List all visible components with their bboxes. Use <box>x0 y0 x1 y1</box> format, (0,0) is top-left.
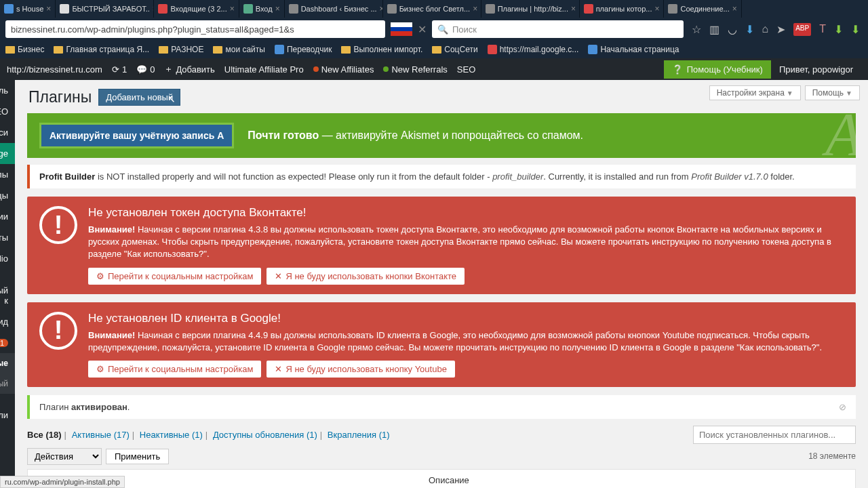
close-tab-icon[interactable]: × <box>46 4 51 14</box>
filter-inactive[interactable]: Неактивные (1) <box>140 430 203 440</box>
sidebar-item[interactable]: age <box>0 143 15 164</box>
browser-tab[interactable]: Вход× <box>239 0 285 18</box>
filter-updates[interactable]: Доступны обновления (1) <box>213 430 317 440</box>
home-icon[interactable]: ⌂ <box>762 23 769 36</box>
plugin-activated-notice: Плагин активирован. ⊘ <box>27 395 856 419</box>
site-link[interactable]: http://biznessinet.ru.com <box>7 64 102 75</box>
sidebar-item[interactable]: енные <box>0 353 15 373</box>
comments-link[interactable]: 💬0 <box>136 64 155 75</box>
tab-label: Плагины | http://biz... <box>498 5 568 13</box>
abp-icon[interactable]: ABP <box>793 23 811 36</box>
bookmark-item[interactable]: мои сайты <box>213 45 264 54</box>
screen-options-tab[interactable]: Настройки экрана▼ <box>709 85 801 100</box>
bookmark-item[interactable]: Начальная страница <box>588 45 679 54</box>
sidebar-item[interactable] <box>0 269 15 280</box>
sidebar-item[interactable] <box>0 394 15 405</box>
sidebar-item[interactable]: ментарии <box>0 206 15 227</box>
new-referrals-link[interactable]: New Referrals <box>383 64 447 75</box>
library-icon[interactable]: ▥ <box>709 23 719 36</box>
bookmark-item[interactable]: Выполнен импорт. <box>341 45 422 54</box>
akismet-bold: Почти готово <box>248 129 319 141</box>
sidebar-item[interactable]: шний вид <box>0 311 15 332</box>
tab-label: плагины котор... <box>596 5 652 13</box>
bookmark-item[interactable]: https://mail.google.c... <box>488 45 579 54</box>
page-title: Плагины <box>28 88 92 106</box>
filter-active[interactable]: Активные (17) <box>72 430 130 440</box>
dl2-icon[interactable]: ⬇ <box>834 23 843 36</box>
greeting[interactable]: Привет, popowigor <box>771 60 861 79</box>
dismiss-youtube-button[interactable]: ✕Я не буду использовать кнопку Youtube <box>267 361 454 378</box>
browser-tab[interactable]: БЫСТРЫЙ ЗАРАБОТ..× <box>56 0 154 18</box>
browser-tabs: s House×БЫСТРЫЙ ЗАРАБОТ..×Входящие (3 2.… <box>0 0 868 18</box>
sidebar-item[interactable]: соль <box>0 80 15 101</box>
sidebar-item[interactable]: One SEO <box>0 101 15 122</box>
filter-all[interactable]: Все (18) <box>27 430 62 440</box>
sidebar-item[interactable]: зователи <box>0 405 15 426</box>
activate-akismet-button[interactable]: Активируйте вашу учётную запись A <box>39 123 234 148</box>
help-tab[interactable]: Помощь▼ <box>805 85 860 100</box>
page-icon <box>588 45 597 54</box>
sidebar-item[interactable]: olio <box>0 248 15 269</box>
bookmark-item[interactable]: Бизнес <box>5 45 44 54</box>
sidebar-item[interactable]: си <box>0 122 15 143</box>
seo-link[interactable]: SEO <box>457 64 475 75</box>
tab-label: Входящие (3 2... <box>170 5 226 13</box>
plus-icon: ＋ <box>164 63 173 75</box>
browser-tab[interactable]: Плагины | http://biz...× <box>481 0 580 18</box>
sidebar-item[interactable]: ницы <box>0 185 15 206</box>
bookmark-label: Бизнес <box>18 45 44 54</box>
bookmark-item[interactable]: СоцСети <box>432 45 477 54</box>
gear-icon: ⚙ <box>96 364 104 374</box>
browser-tab[interactable]: Соединение...× <box>664 0 741 18</box>
browser-search[interactable]: 🔍Поиск <box>432 20 684 38</box>
close-tab-icon[interactable]: × <box>654 4 659 14</box>
download-icon[interactable]: ⬇ <box>745 23 754 36</box>
dismiss-notice-icon[interactable]: ⊘ <box>839 402 846 412</box>
text-icon[interactable]: T <box>819 23 826 36</box>
new-affiliates-link[interactable]: New Affiliates <box>313 64 374 75</box>
dl3-icon[interactable]: ⬇ <box>851 23 860 36</box>
goto-social-settings-button[interactable]: ⚙Перейти к социальным настройкам <box>88 268 261 285</box>
bookmark-item[interactable]: Переводчик <box>275 45 332 54</box>
goto-social-settings-button[interactable]: ⚙Перейти к социальным настройкам <box>88 361 261 378</box>
bookmark-item[interactable]: РАЗНОЕ <box>159 45 203 54</box>
star-icon[interactable]: ☆ <box>692 23 701 36</box>
favicon <box>243 4 253 14</box>
send-icon[interactable]: ➤ <box>776 23 785 36</box>
close-tab-icon[interactable]: × <box>571 4 576 14</box>
dismiss-vk-button[interactable]: ✕Я не буду использовать кнопки Вконтакте <box>267 268 465 285</box>
filter-dropins[interactable]: Вкрапления (1) <box>328 430 390 440</box>
address-field[interactable]: biznessinet.ru.com/wp-admin/plugins.php?… <box>5 20 385 38</box>
stop-reload-icon[interactable]: ✕ <box>418 23 427 36</box>
sidebar-item[interactable]: иафайлы <box>0 164 15 185</box>
close-tab-icon[interactable]: × <box>230 4 235 14</box>
browser-tab[interactable]: s House× <box>0 0 56 18</box>
plugin-search-input[interactable] <box>693 426 856 444</box>
sidebar-item[interactable]: екты <box>0 227 15 248</box>
close-tab-icon[interactable]: × <box>732 4 737 14</box>
close-tab-icon[interactable]: × <box>473 4 477 14</box>
sidebar-item[interactable]: альныйк <box>0 280 15 311</box>
browser-tab[interactable]: плагины котор...× <box>580 0 665 18</box>
help-tutorial-button[interactable]: ❔Помощь (Учебник) <box>664 60 771 79</box>
uap-link[interactable]: Ultimate Affiliate Pro <box>224 64 304 75</box>
browser-tab[interactable]: Бизнес блог Светл...× <box>383 0 481 18</box>
gear-icon: ⚙ <box>96 271 104 281</box>
sidebar-item[interactable]: ины1 <box>0 332 15 353</box>
apply-button[interactable]: Применить <box>106 449 169 464</box>
bulk-action-select[interactable]: Действия <box>27 448 102 465</box>
pocket-icon[interactable]: ◡ <box>728 23 737 36</box>
tab-label: Бизнес блог Светл... <box>399 5 471 13</box>
browser-tab[interactable]: Dashboard ‹ Бизнес ...× <box>285 0 383 18</box>
search-icon: 🔍 <box>437 24 448 35</box>
add-new-plugin-button[interactable]: Добавить новый↖ <box>98 89 180 106</box>
sidebar-item[interactable]: ь новый <box>0 373 15 394</box>
close-tab-icon[interactable]: × <box>275 4 280 14</box>
updates-link[interactable]: ⟳1 <box>112 64 127 75</box>
add-new-link[interactable]: ＋Добавить <box>164 63 214 75</box>
browser-tab[interactable]: Входящие (3 2...× <box>154 0 239 18</box>
bookmark-label: Начальная страница <box>600 45 679 54</box>
bookmark-label: Переводчик <box>287 45 332 54</box>
bookmark-item[interactable]: Главная страница Я... <box>54 45 149 54</box>
close-icon: ✕ <box>275 364 282 374</box>
